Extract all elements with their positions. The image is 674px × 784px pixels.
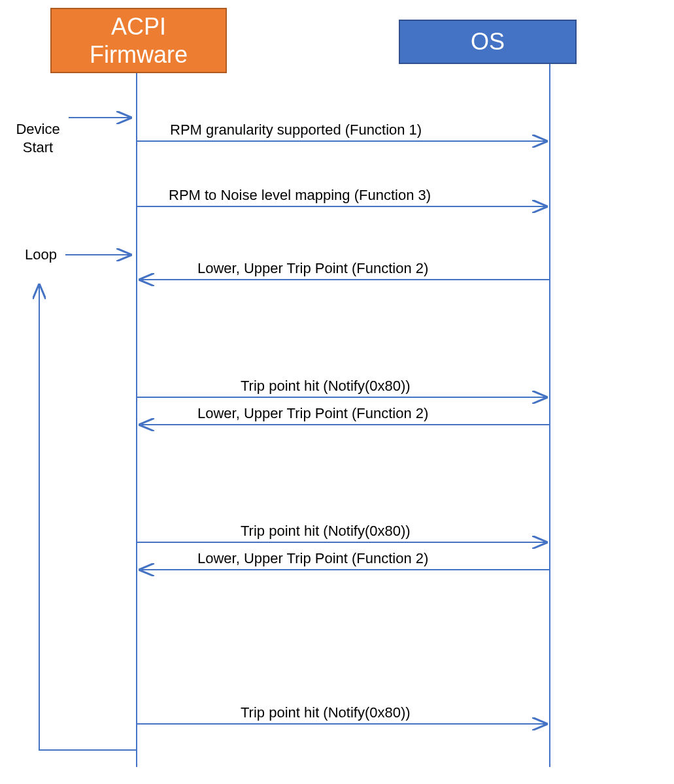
label-device-start-text: Device Start: [16, 121, 59, 156]
label-loop-text: Loop: [25, 246, 57, 263]
label-device-start: Device Start: [12, 101, 64, 157]
msg-5-label: Lower, Upper Trip Point (Function 2): [197, 405, 428, 422]
participant-os: OS: [399, 20, 577, 64]
lifeline-acpi: [136, 73, 137, 767]
msg-6-label: Trip point hit (Notify(0x80)): [241, 523, 411, 540]
msg-7-label: Lower, Upper Trip Point (Function 2): [197, 550, 428, 567]
msg-1-label: RPM granularity supported (Function 1): [170, 122, 422, 139]
msg-3-label: Lower, Upper Trip Point (Function 2): [197, 260, 428, 277]
participant-os-label: OS: [471, 27, 505, 56]
msg-2-label: RPM to Noise level mapping (Function 3): [169, 187, 431, 204]
lifeline-os: [549, 64, 550, 767]
participant-acpi-firmware: ACPI Firmware: [50, 8, 227, 73]
msg-8-label: Trip point hit (Notify(0x80)): [241, 704, 411, 721]
loop-return-path: [39, 285, 136, 750]
msg-4-label: Trip point hit (Notify(0x80)): [241, 378, 411, 395]
label-loop: Loop: [25, 246, 57, 265]
participant-acpi-label: ACPI Firmware: [90, 12, 188, 69]
